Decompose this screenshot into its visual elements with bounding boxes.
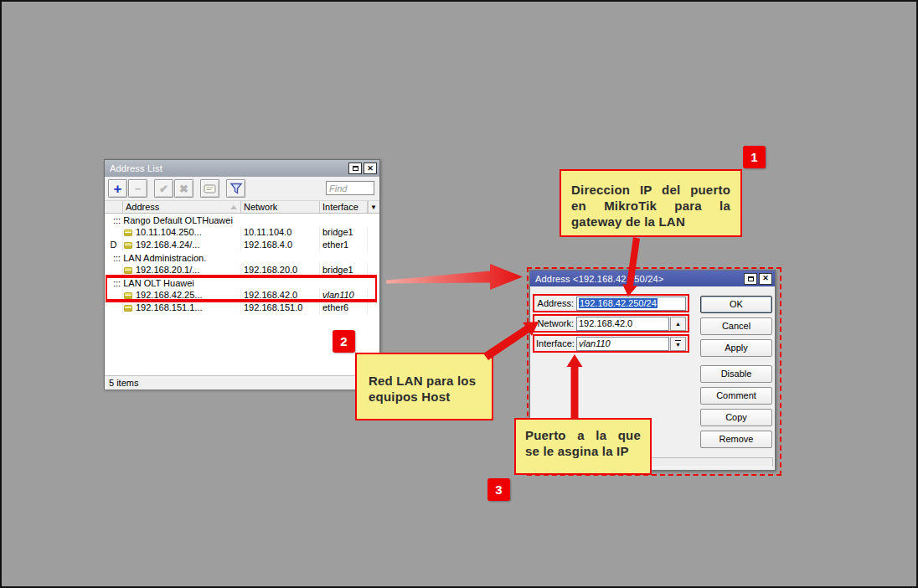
list-header: Address Network Interface ▼ [105,200,379,214]
disable-button[interactable]: Disable [700,365,772,383]
maximize-button[interactable] [348,162,362,174]
find-input[interactable] [326,181,374,195]
cross-icon: ✖ [179,183,188,194]
copy-button[interactable]: Copy [700,409,772,426]
check-icon: ✔ [159,183,168,194]
ip-address-icon [124,267,132,274]
dialog-titlebar[interactable]: Address <192.168.42.250/24> ✕ [530,271,775,286]
address-text: 192.168.151.1... [136,302,203,314]
address-list-title: Address List [110,163,347,173]
interface-dropdown-button[interactable]: ▼ [670,337,686,351]
big-arrow-right-icon [386,264,523,290]
interface-cell: ether1 [320,239,368,251]
ip-address-icon [124,305,132,312]
network-up-button[interactable]: ▲ [670,317,686,331]
cancel-button[interactable]: Cancel [700,317,772,335]
interface-cell: bridge1 [320,226,368,239]
callout-line: se le asgina la IP [525,443,641,459]
comment-row[interactable]: ::: LAN Administracion. [105,251,379,264]
address-text: 192.168.42.25... [136,289,203,302]
close-icon: ✕ [762,275,769,282]
address-cell: 10.11.104.250... [123,226,241,239]
address-row[interactable]: D192.168.4.24/...192.168.4.0ether1 [105,239,379,251]
callout-line: equipos Host [369,389,492,405]
dialog-close-button[interactable]: ✕ [759,273,772,285]
address-row[interactable]: 192.168.20.1/...192.168.20.0bridge1 [105,264,379,276]
interface-value: vlan110 [579,338,611,348]
address-row[interactable]: 192.168.151.1...192.168.151.0ether6 [105,302,379,314]
column-interface[interactable]: Interface [320,201,368,213]
remove-button[interactable]: − [128,179,147,198]
address-cell: 192.168.4.24/... [123,239,241,251]
sort-ascending-icon [230,205,237,209]
screenshot-canvas: Address List ✕ + − ✔ ✖ [0,0,918,588]
close-icon: ✕ [367,165,374,173]
address-cell: 192.168.151.1... [123,302,241,314]
comment-text: ::: Rango Default OLTHuawei [105,215,233,225]
flag-cell [105,302,123,314]
arrow-down-icon: ▼ [675,342,681,348]
disable-button[interactable]: ✖ [174,179,193,198]
ok-button[interactable]: OK [700,296,772,313]
filter-button[interactable] [226,179,245,198]
network-input[interactable]: 192.168.42.0 [576,317,669,331]
ip-address-icon [124,242,132,249]
interface-cell: ether6 [320,302,368,314]
funnel-icon [230,183,243,194]
address-list-toolbar: + − ✔ ✖ [105,177,379,200]
remove-button[interactable]: Remove [700,431,772,448]
ip-address-icon [124,292,132,299]
network-cell: 192.168.20.0 [241,264,320,276]
maximize-icon [748,276,754,281]
interface-cell: bridge1 [320,264,368,276]
enable-button[interactable]: ✔ [154,179,173,198]
flag-cell [105,264,123,276]
interface-field-row: Interface: vlan110 ▼ [533,334,689,353]
dropdown-bar [675,340,681,341]
column-network[interactable]: Network [241,201,320,213]
callout-line: en MikroTik para la [571,198,730,214]
comment-card-icon [204,184,216,193]
callout-line: Puerto a la que [525,427,641,443]
add-button[interactable]: + [108,179,127,198]
address-text: 10.11.104.250... [136,226,202,239]
comment-button[interactable]: Comment [700,387,772,405]
minus-icon: − [135,183,142,194]
callout-line: Direccion IP del puerto [571,182,730,198]
network-cell: 192.168.42.0 [241,289,320,302]
close-button[interactable]: ✕ [364,162,377,174]
comment-button[interactable] [200,179,219,198]
address-list-titlebar[interactable]: Address List ✕ [105,160,379,177]
address-input[interactable]: 192.168.42.250/24 [576,297,686,311]
interface-cell: vlan110 [320,289,368,302]
address-text: 192.168.4.24/... [136,239,199,251]
network-value: 192.168.42.0 [579,318,632,328]
address-field-row: Address: 192.168.42.250/24 [533,294,689,312]
address-text: 192.168.20.1/... [136,264,199,276]
network-field-row: Network: 192.168.42.0 ▲ [533,314,689,333]
callout-ip-gateway: Direccion IP del puertoen MikroTik para … [560,169,742,237]
flag-cell [105,226,123,239]
address-row[interactable]: 10.11.104.250...10.11.104.0bridge1 [105,226,379,239]
address-value: 192.168.42.250/24 [579,298,658,308]
address-cell: 192.168.20.1/... [123,264,241,276]
column-chooser-button[interactable]: ▼ [368,201,379,213]
address-row[interactable]: 192.168.42.25...192.168.42.0vlan110 [105,289,379,302]
arrow-up-icon: ▲ [675,321,681,327]
interface-label: Interface: [536,338,576,348]
network-cell: 192.168.4.0 [241,239,320,251]
column-select[interactable] [105,201,123,213]
network-cell: 192.168.151.0 [241,302,320,314]
comment-row[interactable]: ::: Rango Default OLTHuawei [105,214,379,226]
step-badge-1: 1 [743,146,766,168]
comment-text: ::: LAN Administracion. [105,253,206,263]
dialog-maximize-button[interactable] [744,273,757,285]
callout-lan-network: Red LAN para losequipos Host [355,353,493,420]
apply-button[interactable]: Apply [700,339,772,357]
column-address[interactable]: Address [123,201,241,213]
step-badge-3: 3 [487,478,510,501]
interface-input[interactable]: vlan110 [576,337,669,351]
step-badge-2: 2 [333,330,355,353]
callout-line: gateway de la LAN [571,214,730,230]
comment-row[interactable]: ::: LAN OLT Huawei [105,276,379,289]
